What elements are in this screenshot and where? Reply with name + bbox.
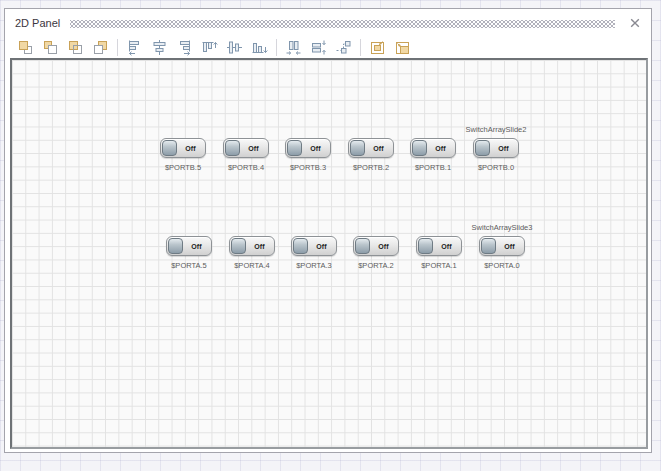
switch-state-label: Off (302, 139, 329, 157)
port-label: $PORTB.1 (400, 163, 466, 172)
align-center-icon (151, 39, 168, 56)
port-label: $PORTA.0 (469, 261, 535, 270)
align-left-icon (126, 39, 143, 56)
toggle-switch[interactable]: Off (473, 138, 519, 158)
toggle-switch[interactable]: Off (285, 138, 331, 158)
switch-knob[interactable] (475, 140, 490, 156)
switch-knob[interactable] (162, 140, 177, 156)
align-top-icon (201, 39, 218, 56)
switch-state-label: Off (496, 237, 523, 255)
close-icon (630, 18, 640, 28)
align-right-icon (176, 39, 193, 56)
bring-to-front-button[interactable] (13, 37, 38, 58)
align-bottom-icon (251, 39, 268, 56)
switch-state-label: Off (240, 139, 267, 157)
switch-knob[interactable] (168, 238, 183, 254)
title-bar[interactable]: 2D Panel (5, 9, 651, 35)
drag-hatch[interactable] (70, 20, 615, 28)
bring-forward-button[interactable] (63, 37, 88, 58)
switch-state-label: Off (183, 237, 210, 255)
port-label: $PORTA.3 (281, 261, 347, 270)
switch-knob[interactable] (287, 140, 302, 156)
switch-knob[interactable] (231, 238, 246, 254)
fit-panel-button[interactable] (365, 37, 390, 58)
bring-to-front-icon (17, 39, 34, 56)
close-button[interactable] (627, 15, 643, 31)
switch-knob[interactable] (355, 238, 370, 254)
align-left-button[interactable] (122, 37, 147, 58)
snap-to-grid-icon (335, 39, 352, 56)
align-top-button[interactable] (197, 37, 222, 58)
space-down-icon (310, 39, 327, 56)
switch-array-caption: SwitchArraySlide3 (467, 223, 537, 232)
switch-state-label: Off (433, 237, 460, 255)
toggle-switch[interactable]: Off (229, 236, 275, 256)
switch-state-label: Off (427, 139, 454, 157)
port-label: $PORTB.3 (275, 163, 341, 172)
toolbar-separator (117, 39, 118, 56)
align-middle-button[interactable] (222, 37, 247, 58)
port-label: $PORTB.5 (150, 163, 216, 172)
toggle-switch[interactable]: Off (479, 236, 525, 256)
send-to-back-icon (42, 39, 59, 56)
resize-panel-icon (394, 39, 411, 56)
bring-forward-icon (67, 39, 84, 56)
port-label: $PORTB.4 (213, 163, 279, 172)
port-label: $PORTB.0 (463, 163, 529, 172)
switch-array-caption: SwitchArraySlide2 (461, 125, 531, 134)
space-across-icon (285, 39, 302, 56)
send-backward-button[interactable] (88, 37, 113, 58)
toggle-switch[interactable]: Off (416, 236, 462, 256)
send-to-back-button[interactable] (38, 37, 63, 58)
fit-panel-icon (369, 39, 386, 56)
align-right-button[interactable] (172, 37, 197, 58)
port-label: $PORTA.2 (343, 261, 409, 270)
toggle-switch[interactable]: Off (353, 236, 399, 256)
switch-knob[interactable] (418, 238, 433, 254)
switch-knob[interactable] (293, 238, 308, 254)
send-backward-icon (92, 39, 109, 56)
toggle-switch[interactable]: Off (410, 138, 456, 158)
align-middle-icon (226, 39, 243, 56)
toggle-switch[interactable]: Off (291, 236, 337, 256)
port-label: $PORTB.2 (338, 163, 404, 172)
toolbar-separator (276, 39, 277, 56)
switch-knob[interactable] (412, 140, 427, 156)
space-across-button[interactable] (281, 37, 306, 58)
switch-state-label: Off (308, 237, 335, 255)
snap-to-grid-button[interactable] (331, 37, 356, 58)
resize-panel-button[interactable] (390, 37, 415, 58)
2d-panel-window: 2D Panel (4, 8, 652, 453)
toggle-switch[interactable]: Off (348, 138, 394, 158)
switch-state-label: Off (365, 139, 392, 157)
port-label: $PORTA.4 (219, 261, 285, 270)
space-down-button[interactable] (306, 37, 331, 58)
switch-knob[interactable] (350, 140, 365, 156)
toggle-switch[interactable]: Off (160, 138, 206, 158)
toggle-switch[interactable]: Off (223, 138, 269, 158)
toolbar (5, 35, 651, 60)
switch-state-label: Off (370, 237, 397, 255)
switch-state-label: Off (490, 139, 517, 157)
align-center-button[interactable] (147, 37, 172, 58)
switch-knob[interactable] (225, 140, 240, 156)
design-canvas[interactable]: SwitchArraySlide2 Off $PORTB.5 Off $PORT… (10, 58, 648, 449)
align-bottom-button[interactable] (247, 37, 272, 58)
switch-state-label: Off (177, 139, 204, 157)
window-title: 2D Panel (15, 17, 60, 29)
toggle-switch[interactable]: Off (166, 236, 212, 256)
port-label: $PORTA.5 (156, 261, 222, 270)
switch-state-label: Off (246, 237, 273, 255)
toolbar-separator (360, 39, 361, 56)
port-label: $PORTA.1 (406, 261, 472, 270)
switch-knob[interactable] (481, 238, 496, 254)
